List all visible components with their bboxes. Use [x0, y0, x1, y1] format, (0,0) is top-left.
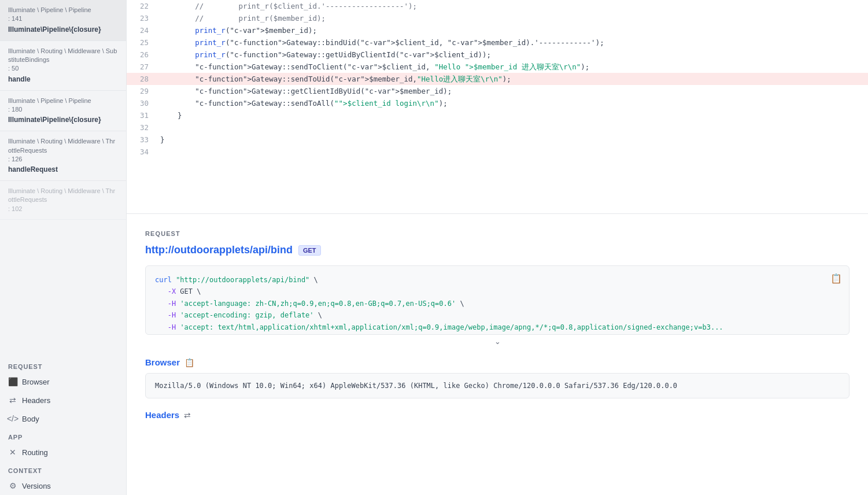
- code-panel: 22 // print_r($client_id.'--------------…: [127, 0, 868, 214]
- method-badge: GET: [298, 245, 321, 256]
- line-number-25: 25: [127, 36, 156, 49]
- sidebar-item-body[interactable]: </> Body: [0, 409, 126, 428]
- stack-namespace-0: Illuminate \ Pipeline \ Pipeline: [8, 6, 118, 14]
- stack-namespace-4: Illuminate \ Routing \ Middleware \ Thro…: [8, 187, 118, 205]
- stack-namespace-1: Illuminate \ Routing \ Middleware \ Subs…: [8, 47, 118, 65]
- sidebar-item-body-label: Body: [22, 415, 39, 423]
- stack-item-2[interactable]: Illuminate \ Pipeline \ Pipeline : 180 I…: [0, 91, 126, 132]
- sidebar-item-routing[interactable]: ✕ Routing: [0, 443, 126, 461]
- line-number-27: 27: [127, 61, 156, 73]
- stack-item-3[interactable]: Illuminate \ Routing \ Middleware \ Thro…: [0, 131, 126, 181]
- headers-sort-icon[interactable]: ⇄: [184, 411, 191, 420]
- headers-section-row: Headers ⇄: [145, 410, 849, 420]
- line-number-22: 22: [127, 0, 156, 12]
- code-content-32: [156, 121, 868, 134]
- stack-method-3: handleRequest: [8, 165, 118, 175]
- main-content: 22 // print_r($client_id.'--------------…: [127, 0, 868, 495]
- copy-curl-button[interactable]: 📋: [829, 272, 843, 285]
- sidebar-item-routing-label: Routing: [22, 448, 48, 457]
- stack-line-4: : 102: [8, 205, 118, 213]
- request-label: REQUEST: [145, 230, 849, 237]
- body-icon: </>: [8, 414, 17, 423]
- code-table: 22 // print_r($client_id.'--------------…: [127, 0, 868, 158]
- browser-section-row: Browser 📋: [145, 357, 849, 367]
- request-card: REQUEST http://outdoorapplets/api/bind G…: [127, 214, 868, 495]
- request-panel: REQUEST http://outdoorapplets/api/bind G…: [127, 214, 868, 495]
- code-row-33: 33}: [127, 134, 868, 146]
- line-number-29: 29: [127, 85, 156, 97]
- line-number-33: 33: [127, 134, 156, 146]
- sidebar-item-versions[interactable]: ⚙ Versions: [0, 476, 126, 495]
- sidebar-item-headers[interactable]: ⇄ Headers: [0, 391, 126, 409]
- sidebar-item-browser-label: Browser: [22, 378, 50, 386]
- code-row-26: 26 print_r("c-function">Gateway::getUidB…: [127, 49, 868, 61]
- app-section-label: APP: [0, 428, 126, 443]
- versions-icon: ⚙: [8, 481, 17, 490]
- code-row-32: 32: [127, 121, 868, 134]
- request-section-label: REQUEST: [0, 357, 126, 372]
- line-number-31: 31: [127, 109, 156, 121]
- line-number-32: 32: [127, 121, 156, 134]
- curl-block: 📋 curl "http://outdoorapplets/api/bind" …: [145, 265, 849, 335]
- code-content-30: "c-function">Gateway::sendToAll("">$clie…: [156, 97, 868, 109]
- routing-icon: ✕: [8, 448, 17, 457]
- code-row-31: 31 }: [127, 109, 868, 121]
- line-number-28: 28: [127, 73, 156, 85]
- stack-line-3: : 126: [8, 155, 118, 164]
- sidebar-item-headers-label: Headers: [22, 396, 50, 405]
- code-content-31: }: [156, 109, 868, 121]
- code-content-34: [156, 146, 868, 158]
- sidebar: Illuminate \ Pipeline \ Pipeline : 141 I…: [0, 0, 127, 495]
- line-number-34: 34: [127, 146, 156, 158]
- code-content-23: // print_r($member_id);: [156, 12, 868, 24]
- code-content-33: }: [156, 134, 868, 146]
- code-row-22: 22 // print_r($client_id.'--------------…: [127, 0, 868, 12]
- code-row-30: 30 "c-function">Gateway::sendToAll("">$c…: [127, 97, 868, 109]
- code-row-27: 27 "c-function">Gateway::sendToClient("c…: [127, 61, 868, 73]
- stack-item-0[interactable]: Illuminate \ Pipeline \ Pipeline : 141 I…: [0, 0, 126, 41]
- curl-line-1: -X GET \: [155, 286, 840, 297]
- curl-line-2: -H 'accept-language: zh-CN,zh;q=0.9,en;q…: [155, 298, 840, 309]
- stack-method-0: Illuminate\Pipeline\{closure}: [8, 25, 118, 35]
- code-content-27: "c-function">Gateway::sendToClient("c-va…: [156, 61, 868, 73]
- request-url[interactable]: http://outdoorapplets/api/bind: [145, 244, 293, 256]
- stack-method-2: Illuminate\Pipeline\{closure}: [8, 115, 118, 125]
- line-number-30: 30: [127, 97, 156, 109]
- line-number-26: 26: [127, 49, 156, 61]
- code-row-29: 29 "c-function">Gateway::getClientIdByUi…: [127, 85, 868, 97]
- code-content-28: "c-function">Gateway::sendToUid("c-var">…: [156, 73, 868, 85]
- expand-curl-button[interactable]: ⌄: [145, 337, 849, 346]
- curl-line-0: curl "http://outdoorapplets/api/bind" \: [155, 274, 840, 286]
- code-row-28: 28 "c-function">Gateway::sendToUid("c-va…: [127, 73, 868, 85]
- stack-line-2: : 180: [8, 105, 118, 114]
- code-row-23: 23 // print_r($member_id);: [127, 12, 868, 24]
- curl-line-3: -H 'accept-encoding: gzip, deflate' \: [155, 309, 840, 321]
- browser-copy-icon[interactable]: 📋: [184, 358, 194, 367]
- headers-title: Headers: [145, 410, 179, 420]
- headers-icon: ⇄: [8, 396, 17, 405]
- stack-method-1: handle: [8, 75, 118, 84]
- code-row-24: 24 print_r("c-var">$member_id);: [127, 24, 868, 36]
- stack-item-1[interactable]: Illuminate \ Routing \ Middleware \ Subs…: [0, 41, 126, 91]
- sidebar-item-browser[interactable]: ⬛ Browser: [0, 372, 126, 391]
- stack-trace-list: Illuminate \ Pipeline \ Pipeline : 141 I…: [0, 0, 126, 357]
- context-section-label: CONTEXT: [0, 461, 126, 476]
- code-content-22: // print_r($client_id.'-----------------…: [156, 0, 868, 12]
- browser-title: Browser: [145, 357, 180, 367]
- code-row-34: 34: [127, 146, 868, 158]
- code-content-24: print_r("c-var">$member_id);: [156, 24, 868, 36]
- browser-value: Mozilla/5.0 (Windows NT 10.0; Win64; x64…: [145, 373, 849, 398]
- request-url-row: http://outdoorapplets/api/bind GET: [145, 244, 849, 256]
- code-content-26: print_r("c-function">Gateway::getUidByCl…: [156, 49, 868, 61]
- stack-item-4[interactable]: Illuminate \ Routing \ Middleware \ Thro…: [0, 181, 126, 220]
- browser-icon: ⬛: [8, 377, 17, 386]
- line-number-24: 24: [127, 24, 156, 36]
- line-number-23: 23: [127, 12, 156, 24]
- stack-line-1: : 50: [8, 64, 118, 73]
- stack-line-0: : 141: [8, 14, 118, 23]
- chevron-down-icon: ⌄: [494, 337, 501, 346]
- stack-namespace-3: Illuminate \ Routing \ Middleware \ Thro…: [8, 137, 118, 155]
- code-row-25: 25 print_r("c-function">Gateway::bindUid…: [127, 36, 868, 49]
- curl-line-4: -H 'accept: text/html,application/xhtml+…: [155, 322, 840, 333]
- code-content-29: "c-function">Gateway::getClientIdByUid("…: [156, 85, 868, 97]
